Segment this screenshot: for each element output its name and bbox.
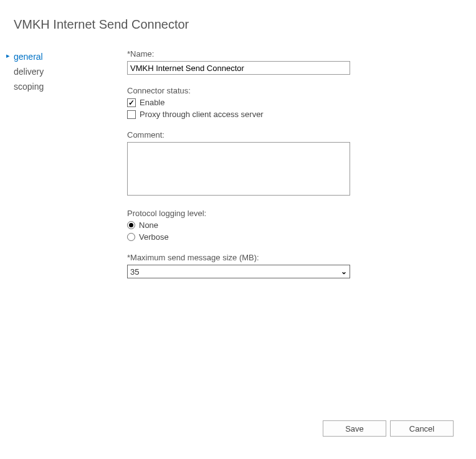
- form-panel: *Name: Connector status: Enable Proxy th…: [106, 49, 476, 290]
- enable-checkbox[interactable]: [127, 98, 136, 107]
- logging-none-row: None: [127, 220, 451, 230]
- max-size-select[interactable]: 35 ⌄: [127, 265, 350, 278]
- comment-textarea[interactable]: [127, 142, 350, 196]
- sidebar: general delivery scoping: [0, 49, 106, 290]
- max-size-value: 35: [130, 267, 139, 277]
- save-button[interactable]: Save: [323, 420, 386, 437]
- connector-status-label: Connector status:: [127, 86, 451, 95]
- sidebar-item-general[interactable]: general: [5, 49, 106, 64]
- name-input[interactable]: [127, 61, 350, 75]
- logging-none-radio[interactable]: [127, 221, 135, 229]
- logging-label: Protocol logging level:: [127, 209, 451, 218]
- sidebar-item-label: scoping: [14, 82, 44, 92]
- comment-field-group: Comment:: [127, 130, 451, 197]
- sidebar-item-label: delivery: [14, 67, 44, 77]
- enable-row: Enable: [127, 98, 451, 107]
- page-title: VMKH Internet Send Connector: [0, 0, 476, 32]
- chevron-down-icon: ⌄: [341, 267, 347, 276]
- logging-verbose-row: Verbose: [127, 232, 451, 242]
- connector-status-group: Connector status: Enable Proxy through c…: [127, 86, 451, 119]
- logging-verbose-label: Verbose: [139, 232, 169, 242]
- proxy-label: Proxy through client access server: [140, 110, 264, 119]
- sidebar-item-label: general: [14, 52, 43, 62]
- main-container: general delivery scoping *Name: Connecto…: [0, 32, 476, 290]
- proxy-row: Proxy through client access server: [127, 110, 451, 119]
- sidebar-item-delivery[interactable]: delivery: [5, 64, 106, 79]
- sidebar-item-scoping[interactable]: scoping: [5, 79, 106, 94]
- max-size-group: *Maximum send message size (MB): 35 ⌄: [127, 253, 451, 278]
- cancel-button[interactable]: Cancel: [390, 420, 454, 437]
- max-size-label: *Maximum send message size (MB):: [127, 253, 451, 262]
- footer-buttons: Save Cancel: [323, 420, 454, 437]
- logging-verbose-radio[interactable]: [127, 233, 135, 241]
- comment-label: Comment:: [127, 130, 451, 140]
- logging-none-label: None: [139, 220, 158, 230]
- name-label: *Name:: [127, 49, 451, 59]
- proxy-checkbox[interactable]: [127, 110, 136, 119]
- name-field-group: *Name:: [127, 49, 451, 75]
- logging-group: Protocol logging level: None Verbose: [127, 209, 451, 242]
- enable-label: Enable: [140, 98, 164, 107]
